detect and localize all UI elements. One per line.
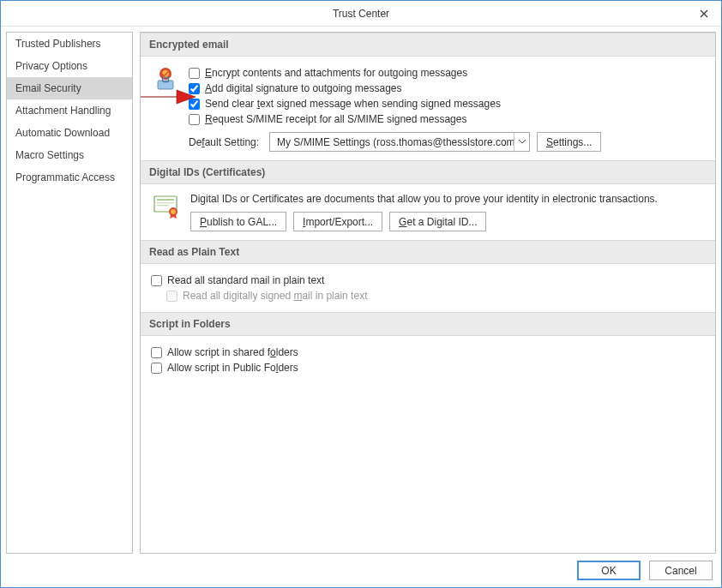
group-header-digital-ids: Digital IDs (Certificates) bbox=[141, 160, 715, 184]
sidebar-item-trusted-publishers[interactable]: Trusted Publishers bbox=[7, 33, 132, 55]
sidebar-item-automatic-download[interactable]: Automatic Download bbox=[7, 122, 132, 144]
label-add-signature: Add digital signature to outgoing messag… bbox=[205, 82, 402, 94]
sidebar-item-macro-settings[interactable]: Macro Settings bbox=[7, 144, 132, 166]
checkbox-add-signature[interactable] bbox=[189, 83, 200, 94]
group-script-folders: Script in Folders Allow script in shared… bbox=[141, 312, 715, 384]
publish-to-gal-button[interactable]: Publish to GAL... bbox=[190, 212, 286, 231]
label-encrypt-contents: Encrypt contents and attachments for out… bbox=[205, 67, 467, 79]
group-header-script: Script in Folders bbox=[141, 312, 715, 336]
group-digital-ids: Digital IDs (Certificates) bbox=[141, 160, 715, 240]
svg-rect-7 bbox=[157, 205, 169, 206]
sidebar: Trusted Publishers Privacy Options Email… bbox=[6, 32, 133, 554]
label-smime-receipt: Request S/MIME receipt for all S/MIME si… bbox=[205, 113, 466, 125]
label-read-plain: Read all standard mail in plain text bbox=[167, 274, 324, 286]
body-area: Trusted Publishers Privacy Options Email… bbox=[1, 27, 721, 554]
chevron-down-icon bbox=[514, 133, 529, 151]
import-export-button[interactable]: Import/Export... bbox=[293, 212, 382, 231]
button-bar: OK Cancel bbox=[1, 554, 721, 587]
checkbox-clear-text[interactable] bbox=[189, 99, 200, 110]
close-icon bbox=[700, 9, 708, 18]
cancel-button[interactable]: Cancel bbox=[649, 561, 713, 580]
label-read-signed-plain: Read all digitally signed mail in plain … bbox=[183, 290, 367, 302]
get-digital-id-button[interactable]: Get a Digital ID... bbox=[389, 212, 486, 231]
svg-point-9 bbox=[171, 209, 176, 214]
close-button[interactable] bbox=[687, 1, 721, 27]
label-script-shared: Allow script in shared folders bbox=[167, 346, 298, 358]
sidebar-item-email-security[interactable]: Email Security bbox=[7, 77, 132, 99]
content-panel: Encrypted email bbox=[140, 32, 716, 554]
settings-button[interactable]: Settings... bbox=[537, 132, 601, 152]
sidebar-item-attachment-handling[interactable]: Attachment Handling bbox=[7, 99, 132, 122]
group-header-plain-text: Read as Plain Text bbox=[141, 240, 715, 264]
sidebar-item-privacy-options[interactable]: Privacy Options bbox=[7, 55, 132, 77]
checkbox-script-public[interactable] bbox=[151, 363, 162, 374]
certificate-icon bbox=[151, 193, 182, 219]
checkbox-read-plain[interactable] bbox=[151, 275, 162, 286]
window-title: Trust Center bbox=[333, 8, 389, 20]
digital-ids-description: Digital IDs or Certificates are document… bbox=[190, 193, 707, 205]
encrypted-email-icon bbox=[151, 65, 182, 91]
group-plain-text: Read as Plain Text Read all standard mai… bbox=[141, 240, 715, 312]
group-header-encrypted: Encrypted email bbox=[141, 33, 715, 57]
sidebar-item-programmatic-access[interactable]: Programmatic Access bbox=[7, 166, 132, 189]
group-encrypted-email: Encrypted email bbox=[141, 33, 715, 160]
checkbox-encrypt-contents[interactable] bbox=[189, 68, 200, 79]
label-clear-text: Send clear text signed message when send… bbox=[205, 98, 501, 110]
svg-rect-6 bbox=[157, 202, 174, 203]
trust-center-window: Trust Center Trusted Publishers Privacy … bbox=[0, 0, 722, 588]
titlebar: Trust Center bbox=[1, 1, 721, 27]
checkbox-smime-receipt[interactable] bbox=[189, 114, 200, 125]
default-setting-value: My S/MIME Settings (ross.thomas@thesslst… bbox=[270, 136, 514, 148]
svg-point-1 bbox=[162, 70, 169, 77]
checkbox-script-shared[interactable] bbox=[151, 347, 162, 358]
default-setting-label: Default Setting: bbox=[189, 136, 262, 148]
label-script-public: Allow script in Public Folders bbox=[167, 362, 298, 374]
default-setting-dropdown[interactable]: My S/MIME Settings (ross.thomas@thesslst… bbox=[269, 132, 530, 152]
checkbox-read-signed-plain bbox=[166, 291, 177, 302]
svg-rect-5 bbox=[157, 199, 174, 201]
ok-button[interactable]: OK bbox=[577, 561, 641, 580]
